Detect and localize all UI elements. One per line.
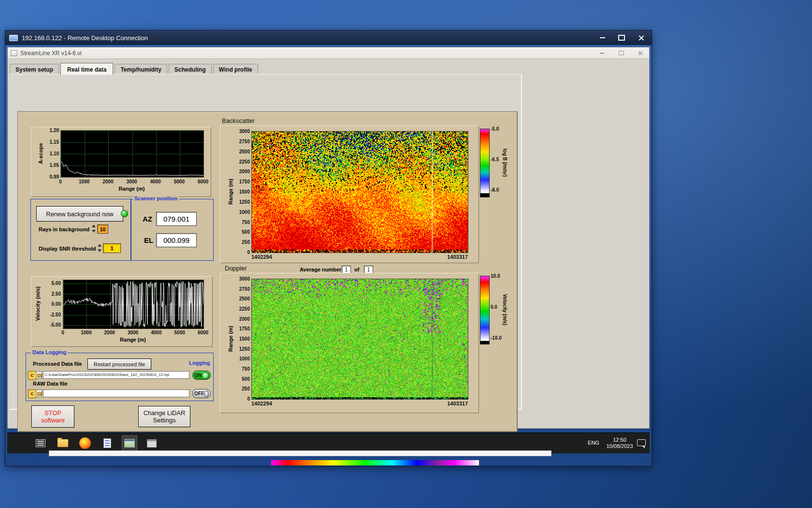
- tick-label: 5000: [174, 179, 185, 184]
- tick-label: 1000: [239, 356, 250, 361]
- average-of-label: of: [354, 267, 359, 272]
- tick-label: 1250: [239, 346, 250, 351]
- raw-data-file-path[interactable]: [43, 389, 189, 397]
- tick-label: 1.15: [50, 139, 59, 145]
- spinner-down-icon[interactable]: [98, 249, 102, 252]
- tick-label: 0: [61, 330, 64, 335]
- doppler-y-axis-label: Range (m): [228, 279, 233, 399]
- spinner-up-icon[interactable]: [98, 244, 102, 247]
- backscatter-colorbar: log B (/m/sr) -5.0-6.5-8.0: [480, 129, 519, 196]
- scan-app-button[interactable]: [145, 436, 159, 450]
- rdp-minimize-button[interactable]: [595, 33, 609, 43]
- change-settings-line2: Settings: [153, 417, 176, 424]
- rdp-maximize-button[interactable]: [615, 33, 628, 43]
- tab-real-time-data[interactable]: Real time data: [60, 63, 113, 75]
- tick-label: 0: [247, 396, 250, 402]
- language-indicator[interactable]: ENG: [585, 440, 602, 446]
- processed-drive-selector[interactable]: C: [28, 371, 36, 380]
- file-explorer-button[interactable]: [56, 436, 70, 450]
- notification-icon[interactable]: [637, 439, 646, 446]
- processed-data-file-path[interactable]: C:\Lidar\Data\Proc\2023\202308\20230810\…: [43, 371, 189, 379]
- tick-label: 750: [242, 219, 250, 224]
- tick-label: 2000: [239, 316, 250, 321]
- tick-label: 1750: [239, 326, 250, 331]
- tick-label: -6.5: [491, 157, 499, 162]
- tab-scheduling[interactable]: Scheduling: [169, 64, 212, 75]
- snr-spinner[interactable]: [98, 244, 102, 252]
- app-window: StreamLine XR v14-6.vi System setup Real…: [7, 47, 650, 429]
- stop-software-button[interactable]: STOP software: [31, 405, 74, 428]
- doppler-colorbar: Velocity (m/s) 10.00.0-10.0: [480, 276, 519, 344]
- tick-label: 2750: [239, 138, 250, 144]
- el-value[interactable]: 000.099: [156, 233, 197, 247]
- raw-drive-selector[interactable]: C: [28, 389, 36, 398]
- rdp-client-area: StreamLine XR v14-6.vi System setup Real…: [5, 45, 652, 466]
- remote-app-icon: [124, 439, 135, 448]
- backscatter-y-axis-label: Range (m): [228, 131, 233, 252]
- tab-temp-humidity[interactable]: Temp/humidity: [115, 64, 167, 75]
- scanner-position-frame: Scanner position AZ 079.001 EL 000.099: [130, 199, 214, 261]
- spinner-down-icon[interactable]: [92, 230, 96, 233]
- spinner-up-icon[interactable]: [92, 224, 96, 227]
- tick-label: 4000: [150, 179, 161, 184]
- tick-label: 1.05: [50, 163, 59, 168]
- doppler-title: Doppler: [225, 265, 247, 272]
- task-view-button[interactable]: [33, 436, 48, 450]
- scanner-position-title: Scanner position: [133, 195, 179, 201]
- rdp-horizontal-scrollbar[interactable]: [49, 450, 551, 456]
- tick-label: 1500: [239, 336, 250, 342]
- data-logging-title: Data Logging: [31, 349, 68, 355]
- raw-logging-toggle[interactable]: OFF: [192, 389, 211, 398]
- tick-label: -5.00: [50, 322, 61, 328]
- rays-spinner[interactable]: [92, 224, 96, 233]
- notepad-button[interactable]: [100, 436, 115, 450]
- tab-wind-profile[interactable]: Wind profile: [213, 64, 258, 75]
- close-icon: [638, 35, 644, 41]
- minimize-icon: [600, 53, 604, 54]
- app-titlebar[interactable]: StreamLine XR v14-6.vi: [8, 47, 649, 59]
- app-maximize-button[interactable]: [615, 49, 627, 57]
- toggle-knob-icon: [202, 372, 209, 379]
- firefox-button[interactable]: [78, 436, 92, 450]
- az-value[interactable]: 079.001: [156, 212, 197, 226]
- app-close-button[interactable]: [635, 49, 646, 57]
- rdp-titlebar[interactable]: 192.168.0.122 - Remote Desktop Connectio…: [5, 30, 652, 45]
- rdp-close-button[interactable]: [634, 33, 648, 43]
- snr-threshold-label: Display SNR threshold: [39, 246, 96, 252]
- raw-browse-icon[interactable]: [36, 389, 42, 397]
- close-icon: [638, 51, 643, 56]
- processed-logging-toggle[interactable]: ON: [192, 371, 211, 380]
- tab-system-setup[interactable]: System setup: [10, 64, 59, 75]
- clipped-colorbar-strip: [271, 460, 479, 465]
- az-label: AZ: [143, 215, 152, 223]
- tick-label: 2750: [239, 286, 250, 291]
- tick-label: 0.99: [50, 174, 59, 179]
- processed-browse-icon[interactable]: [36, 371, 42, 379]
- app-minimize-button[interactable]: [596, 49, 608, 57]
- average-number-label: Average number: [300, 267, 341, 272]
- tab-strip: System setup Real time data Temp/humidit…: [10, 62, 260, 74]
- tick-label: 500: [242, 229, 250, 235]
- change-lidar-settings-button[interactable]: Change LiDAR Settings: [138, 406, 190, 427]
- tick-label: 6000: [198, 179, 208, 184]
- raw-data-file-label: RAW Data file: [33, 381, 68, 387]
- backscatter-x-end: 1403317: [447, 254, 468, 260]
- doppler-x-start: 1402294: [251, 401, 272, 406]
- ascope-x-axis-label: Range (m): [60, 186, 203, 192]
- renew-background-button[interactable]: Renew background now: [36, 206, 123, 222]
- streamline-app-button[interactable]: [122, 436, 137, 450]
- taskbar-clock[interactable]: 12:50 10/08/2023: [604, 437, 636, 449]
- tick-label: 250: [242, 386, 250, 391]
- velocity-y-axis-label: Velocity (m/s): [35, 280, 41, 328]
- background-controls-frame: Renew background now Rays in background …: [30, 199, 131, 261]
- snr-threshold-value[interactable]: 1: [103, 243, 121, 253]
- backscatter-title: Backscatter: [222, 117, 255, 124]
- rays-in-background-value[interactable]: 10: [97, 224, 108, 234]
- backscatter-plot: Range (m) 1402294 1403317 30002750250022…: [220, 125, 479, 263]
- tick-label: 2500: [239, 296, 250, 301]
- task-view-icon: [36, 439, 45, 447]
- tick-label: 2250: [239, 306, 250, 312]
- restart-processed-file-button[interactable]: Restart processed file: [87, 359, 151, 370]
- tick-label: 0: [59, 179, 62, 184]
- tick-label: 5.00: [52, 281, 61, 286]
